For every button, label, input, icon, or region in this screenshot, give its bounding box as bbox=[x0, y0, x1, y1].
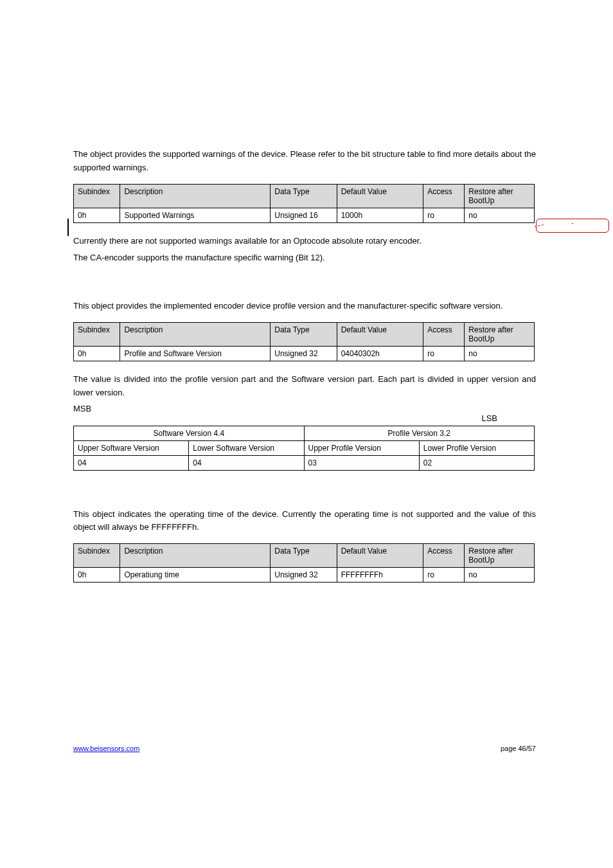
cell-restore: no bbox=[465, 568, 535, 583]
version-breakdown-table: Software Version 4.4 Profile Version 3.2… bbox=[73, 426, 535, 471]
cell-datatype: Unsigned 32 bbox=[271, 346, 337, 361]
upper-profile-version-label: Upper Profile Version bbox=[304, 440, 419, 455]
cell-access: ro bbox=[423, 346, 465, 361]
profile-version-header: Profile Version 3.2 bbox=[304, 426, 535, 440]
change-bar bbox=[67, 219, 69, 236]
lower-profile-version-label: Lower Profile Version bbox=[419, 440, 534, 455]
table-row: 0h Supported Warnings Unsigned 16 1000h … bbox=[74, 208, 535, 222]
th-subindex: Subindex bbox=[74, 184, 120, 208]
cell-default: 04040302h bbox=[337, 346, 423, 361]
th-description: Description bbox=[120, 544, 271, 568]
operating-time-table: Subindex Description Data Type Default V… bbox=[73, 543, 535, 583]
profile-version-table: Subindex Description Data Type Default V… bbox=[73, 322, 535, 361]
lower-sw-version-label: Lower Software Version bbox=[189, 440, 304, 455]
page: - The object provides the supported warn… bbox=[0, 0, 613, 868]
sw-version-header: Software Version 4.4 bbox=[74, 426, 305, 440]
cell-description: Profile and Software Version bbox=[120, 346, 271, 361]
cell-description: Supported Warnings bbox=[120, 208, 271, 222]
lsb-label: LSB bbox=[73, 413, 497, 423]
table-row: 0h Profile and Software Version Unsigned… bbox=[74, 346, 535, 361]
cell-default: FFFFFFFFh bbox=[337, 568, 423, 583]
section2-note: The value is divided into the profile ve… bbox=[73, 373, 536, 400]
table-row: 04 04 03 02 bbox=[74, 455, 535, 470]
table-row: 0h Operatiung time Unsigned 32 FFFFFFFFh… bbox=[74, 568, 535, 583]
page-number: page 46/57 bbox=[501, 745, 536, 752]
table-row: Upper Software Version Lower Software Ve… bbox=[74, 440, 535, 455]
cell-access: ro bbox=[423, 208, 465, 222]
revision-callout: - bbox=[536, 219, 609, 233]
table-header-row: Subindex Description Data Type Default V… bbox=[74, 322, 535, 346]
cell-subindex: 0h bbox=[74, 346, 120, 361]
page-footer: www.beisensors.com page 46/57 bbox=[73, 745, 536, 752]
th-description: Description bbox=[120, 184, 271, 208]
th-access: Access bbox=[423, 322, 465, 346]
table-row: Software Version 4.4 Profile Version 3.2 bbox=[74, 426, 535, 440]
cell-subindex: 0h bbox=[74, 568, 120, 583]
table-header-row: Subindex Description Data Type Default V… bbox=[74, 544, 535, 568]
th-default: Default Value bbox=[337, 184, 423, 208]
footer-link[interactable]: www.beisensors.com bbox=[73, 745, 139, 752]
upper-profile-version-value: 03 bbox=[304, 455, 419, 470]
supported-warnings-table: Subindex Description Data Type Default V… bbox=[73, 184, 535, 223]
section3-intro: This object indicates the operating time… bbox=[73, 508, 536, 535]
cell-description: Operatiung time bbox=[120, 568, 271, 583]
th-access: Access bbox=[423, 184, 465, 208]
th-default: Default Value bbox=[337, 544, 423, 568]
section1-note1: Currently there are not supported warnin… bbox=[73, 235, 536, 248]
section2-intro: This object provides the implemented enc… bbox=[73, 300, 536, 313]
section1-note2: The CA-encoder supports the manufacture … bbox=[73, 251, 536, 265]
upper-sw-version-value: 04 bbox=[74, 455, 189, 470]
cell-datatype: Unsigned 16 bbox=[271, 208, 337, 222]
th-datatype: Data Type bbox=[271, 184, 337, 208]
cell-datatype: Unsigned 32 bbox=[271, 568, 337, 583]
th-access: Access bbox=[423, 544, 465, 568]
revision-callout-text: - bbox=[571, 219, 573, 226]
lower-profile-version-value: 02 bbox=[419, 455, 534, 470]
cell-subindex: 0h bbox=[74, 208, 120, 222]
th-datatype: Data Type bbox=[271, 322, 337, 346]
cell-access: ro bbox=[423, 568, 465, 583]
table-header-row: Subindex Description Data Type Default V… bbox=[74, 184, 535, 208]
th-subindex: Subindex bbox=[74, 544, 120, 568]
section1-intro: The object provides the supported warnin… bbox=[73, 148, 536, 175]
content-area: The object provides the supported warnin… bbox=[73, 148, 536, 594]
th-restore: Restore after BootUp bbox=[465, 544, 535, 568]
th-description: Description bbox=[120, 322, 271, 346]
msb-label: MSB bbox=[73, 404, 536, 413]
th-default: Default Value bbox=[337, 322, 423, 346]
th-restore: Restore after BootUp bbox=[465, 184, 535, 208]
cell-restore: no bbox=[465, 346, 535, 361]
cell-default: 1000h bbox=[337, 208, 423, 222]
th-subindex: Subindex bbox=[74, 322, 120, 346]
upper-sw-version-label: Upper Software Version bbox=[74, 440, 189, 455]
th-restore: Restore after BootUp bbox=[465, 322, 535, 346]
lower-sw-version-value: 04 bbox=[189, 455, 304, 470]
th-datatype: Data Type bbox=[271, 544, 337, 568]
cell-restore: no bbox=[465, 208, 535, 222]
